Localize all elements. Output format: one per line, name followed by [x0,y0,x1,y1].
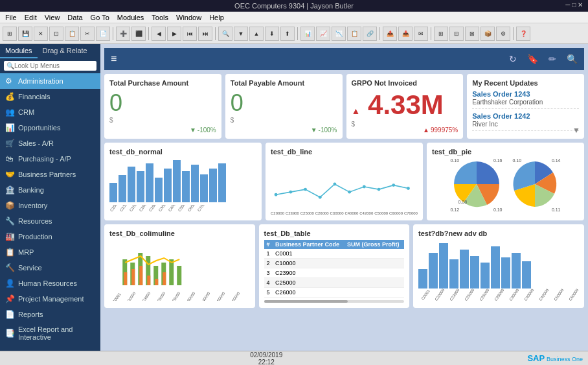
adv-bar-label: C30000 [508,288,519,301]
sidebar-item-crm[interactable]: 👥 CRM [0,104,100,120]
sidebar-item-reports[interactable]: 📄 Reports [0,307,100,322]
toolbar-btn-13[interactable]: ⏭ [198,27,212,41]
table-row: 2 C10000 [264,259,405,268]
sidebar-tab-drag[interactable]: Drag & Relate [38,44,93,58]
topbar-actions: ↻ 🔖 ✏ 🔍 [509,54,578,64]
toolbar-btn-11[interactable]: ▶ [167,27,181,41]
line-point [407,187,410,190]
menu-help[interactable]: Help [209,14,224,21]
hamburger-menu[interactable]: ≡ [111,53,117,65]
db-table: # Business Partner Code SUM (Gross Profi… [264,240,405,298]
toolbar-btn-4[interactable]: ⊡ [49,27,63,41]
refresh-icon[interactable]: ↻ [509,54,517,64]
menu-goto[interactable]: Go To [91,14,109,21]
sidebar-item-label: CRM [18,108,34,116]
sidebar-item-banking[interactable]: 🏦 Banking [0,182,100,198]
sidebar-item-resources[interactable]: 🔧 Resources [0,213,100,229]
toolbar-btn-8[interactable]: ➕ [116,27,130,41]
content-area: ≡ ↻ 🔖 ✏ 🔍 Total Purchase Amount 0 $ ▼ -1… [100,44,588,365]
recent-order-1-link[interactable]: Sales Order 1243 [472,90,530,98]
sidebar-item-mrp[interactable]: 📋 MRP [0,244,100,260]
bar-2 [119,175,126,202]
menu-view[interactable]: View [45,14,60,21]
sidebar-item-administration[interactable]: ⚙ Administration [0,73,100,89]
toolbar-btn-27[interactable]: ⊞ [434,27,448,41]
toolbar-btn-14[interactable]: 🔍 [218,27,232,41]
toolbar-btn-32[interactable]: ❓ [516,27,530,41]
toolbar-btn-31[interactable]: ⚙ [496,27,510,41]
sidebar-item-label: MRP [18,248,34,256]
sidebar-tabs: Modules Drag & Relate [0,44,100,58]
toolbar-btn-29[interactable]: ⊠ [465,27,479,41]
sidebar-item-service[interactable]: 🔨 Service [0,260,100,276]
window-controls[interactable]: ─ □ ✕ [565,1,583,8]
toolbar-btn-30[interactable]: 📦 [481,27,495,41]
col-label: C26000 [170,292,181,301]
menu-data[interactable]: Data [67,14,82,21]
status-date: 02/09/2019 [250,351,282,359]
pie-seg-1 [477,161,499,184]
edit-icon[interactable]: ✏ [548,54,556,64]
search-topbar-icon[interactable]: 🔍 [567,54,578,64]
toolbar-btn-5[interactable]: 📋 [65,27,79,41]
toolbar-btn-22[interactable]: 📋 [347,27,361,41]
toolbar-btn-9[interactable]: ⬛ [131,27,146,41]
sidebar-item-excel-report[interactable]: 📑 Excel Report and Interactive [0,322,100,344]
toolbar-btn-12[interactable]: ⏮ [183,27,197,41]
toolbar-btn-2[interactable]: 💾 [18,27,32,41]
menu-file[interactable]: File [5,14,17,21]
sidebar-item-human-resources[interactable]: 👤 Human Resources [0,276,100,291]
search-icon: 🔍 [6,62,14,69]
toolbar-btn-25[interactable]: 📥 [398,27,413,41]
toolbar-btn-24[interactable]: 📤 [383,27,397,41]
sidebar-item-purchasing[interactable]: 🛍 Purchasing - A/P [0,151,100,167]
menu-window[interactable]: Window [176,14,201,21]
table-scrollbar[interactable] [264,300,405,303]
toolbar-btn-20[interactable]: 📈 [316,27,330,41]
status-time: 22:12 [250,359,282,366]
status-bar: 02/09/2019 22:12 SAP Business One [0,351,588,365]
kpi-card-recent: My Recent Updates Sales Order 1243 Earth… [467,74,584,139]
toolbar-btn-3[interactable]: ✕ [34,27,48,41]
search-input[interactable] [14,62,94,69]
chart-row-1: test_db_normal C2000 [104,143,584,220]
toolbar-btn-26[interactable]: ✉ [414,27,428,41]
expand-icon[interactable]: ▼ [572,126,580,135]
hr-icon: 👤 [5,279,14,288]
down-arrow-icon-2: ▼ [311,126,317,134]
toolbar-btn-10[interactable]: ◀ [152,27,166,41]
toolbar-btn-23[interactable]: 🔗 [363,27,377,41]
sidebar-item-business-partners[interactable]: 🤝 Business Partners [0,167,100,182]
toolbar-btn-1[interactable]: ⊞ [3,27,17,41]
toolbar-btn-6[interactable]: ✂ [80,27,95,41]
bar-7 [164,169,172,202]
menu-modules[interactable]: Modules [117,14,144,21]
sidebar-item-opportunities[interactable]: 📊 Opportunities [0,120,100,135]
adv-bar-label: C20000 [434,288,445,301]
toolbar-btn-18[interactable]: ⬆ [280,27,295,41]
recent-order-1-company: Earthshaker Corporation [472,99,579,109]
adv-bar-label: C50000 [553,288,564,301]
up-triangle-icon: ▲ [352,106,361,116]
sidebar-item-financials[interactable]: 💰 Financials [0,89,100,104]
menu-edit[interactable]: Edit [25,14,37,21]
toolbar-btn-16[interactable]: ▲ [249,27,264,41]
toolbar-btn-7[interactable]: 📄 [96,27,110,41]
toolbar-sep-4 [297,27,298,40]
adv-bar [470,256,479,288]
menu-tools[interactable]: Tools [152,14,168,21]
recent-order-2-link[interactable]: Sales Order 1242 [472,112,530,120]
toolbar-btn-15[interactable]: ▼ [234,27,248,41]
toolbar-btn-28[interactable]: ⊟ [449,27,464,41]
sidebar-item-project-management[interactable]: 📌 Project Management [0,291,100,307]
sidebar-item-production[interactable]: 🏭 Production [0,229,100,244]
toolbar-btn-17[interactable]: ⬇ [265,27,279,41]
bookmark-icon[interactable]: 🔖 [527,54,538,64]
col-bar-o [139,266,142,285]
sidebar-tab-modules[interactable]: Modules [0,44,38,58]
toolbar-btn-21[interactable]: 📉 [332,27,346,41]
kpi-purchase-value: 0 [109,89,216,117]
sidebar-item-sales[interactable]: 🛒 Sales - A/R [0,135,100,151]
sidebar-item-inventory[interactable]: 📦 Inventory [0,198,100,213]
toolbar-btn-19[interactable]: 📊 [300,27,315,41]
